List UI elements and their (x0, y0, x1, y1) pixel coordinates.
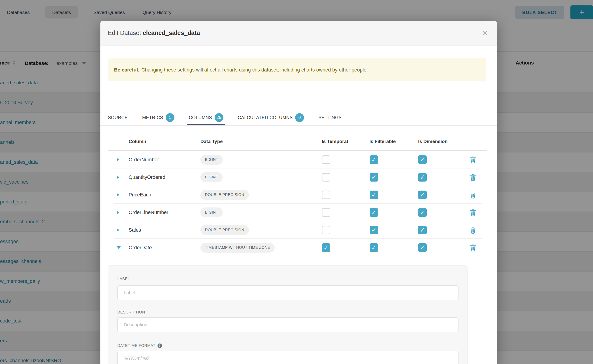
checkbox-is-filterable[interactable] (370, 191, 378, 199)
modal-tab[interactable]: COLUMNS 25 (189, 109, 223, 126)
expand-caret-icon[interactable] (117, 158, 119, 162)
modal-title: Edit Dataset cleaned_sales_data (108, 30, 200, 37)
checkbox-is-temporal[interactable] (322, 173, 330, 182)
checkbox-is-dimension[interactable] (418, 155, 427, 164)
info-icon[interactable]: i (158, 344, 162, 348)
checkbox-is-temporal[interactable] (322, 243, 330, 252)
modal-tab-label: SETTINGS (318, 115, 342, 120)
data-type-pill: DOUBLE PRECISION (200, 190, 249, 200)
checkbox-is-filterable[interactable] (370, 155, 378, 164)
column-row: OrderLineNumber BIGINT (100, 204, 497, 221)
modal-header: Edit Dataset cleaned_sales_data ✕ (100, 21, 497, 46)
warning-bold-text: Be careful. (114, 67, 139, 73)
checkbox-is-filterable[interactable] (370, 226, 378, 234)
data-type-pill: BIGINT (200, 208, 223, 217)
trash-icon (470, 173, 476, 181)
checkbox-is-temporal[interactable] (322, 191, 330, 199)
header-is-filterable: Is Filterable (369, 139, 396, 144)
tab-count-badge: 25 (215, 113, 223, 122)
columns-table: OrderNumber BIGINT QuantityOrdered BIGIN… (100, 151, 497, 256)
trash-icon (470, 191, 476, 199)
header-column: Column (129, 139, 146, 144)
data-type-pill: BIGINT (200, 155, 223, 165)
data-type-pill: BIGINT (200, 172, 223, 182)
divider (100, 125, 497, 126)
modal-tab[interactable]: CALCULATED COLUMNS 0 (238, 109, 304, 126)
description-field-label: DESCRIPTION (117, 310, 145, 315)
delete-column-button[interactable] (470, 226, 476, 234)
superset-datasets-page: { "colors": { "accent": "#46a7c6", "tab_… (0, 0, 593, 364)
header-is-temporal: Is Temporal (322, 139, 348, 144)
expand-caret-icon[interactable] (117, 246, 121, 249)
checkbox-is-temporal[interactable] (322, 226, 330, 234)
column-name: QuantityOrdered (129, 174, 165, 180)
column-row: OrderNumber BIGINT (100, 151, 497, 169)
modal-tab[interactable]: METRICS 1 (142, 109, 174, 126)
column-name: OrderDate (129, 245, 152, 251)
trash-icon (470, 244, 476, 252)
expand-caret-icon[interactable] (117, 176, 119, 179)
data-type-pill: TIMESTAMP WITHOUT TIME ZONE (200, 243, 275, 253)
trash-icon (470, 226, 476, 234)
checkbox-is-dimension[interactable] (418, 226, 427, 234)
tab-count-badge: 1 (166, 113, 174, 122)
modal-tab-label: METRICS (142, 115, 163, 120)
trash-icon (470, 209, 476, 216)
delete-column-button[interactable] (470, 244, 476, 252)
label-field-label: LABEL (117, 277, 130, 281)
checkbox-is-temporal[interactable] (322, 155, 330, 164)
tab-count-badge: 0 (295, 113, 304, 122)
delete-column-button[interactable] (470, 209, 476, 216)
warning-text: Changing these settings will affect all … (141, 67, 368, 73)
checkbox-is-filterable[interactable] (370, 173, 378, 182)
modal-title-prefix: Edit Dataset (108, 30, 141, 36)
delete-column-button[interactable] (470, 173, 476, 181)
modal-tab[interactable]: SOURCE (108, 109, 128, 126)
column-row: PriceEach DOUBLE PRECISION (100, 186, 497, 204)
checkbox-is-filterable[interactable] (370, 208, 378, 217)
checkbox-is-filterable[interactable] (370, 243, 378, 252)
datetime-format-input[interactable] (117, 351, 459, 364)
modal-tab-bar: SOURCE METRICS 1 COLUMNS 25 CALCULATED C… (108, 109, 342, 126)
datetime-format-field-label: DATETIME FORMAT i (117, 344, 162, 348)
column-row: Sales DOUBLE PRECISION (100, 221, 497, 239)
trash-icon (470, 156, 476, 163)
column-row: OrderDate TIMESTAMP WITHOUT TIME ZONE (100, 239, 497, 256)
edit-dataset-modal: Edit Dataset cleaned_sales_data ✕ Be car… (100, 21, 497, 364)
column-name: OrderLineNumber (129, 209, 168, 215)
checkbox-is-dimension[interactable] (418, 173, 427, 182)
column-detail-panel: LABEL DESCRIPTION DATETIME FORMAT i (108, 266, 468, 364)
column-row: QuantityOrdered BIGINT (100, 169, 497, 186)
close-icon[interactable]: ✕ (482, 21, 488, 45)
description-input[interactable] (117, 317, 459, 332)
column-name: PriceEach (129, 192, 151, 198)
expand-caret-icon[interactable] (117, 193, 119, 197)
columns-table-header: Column Data Type Is Temporal Is Filterab… (100, 137, 497, 150)
column-name: OrderNumber (129, 157, 159, 162)
modal-tab-label: SOURCE (108, 115, 128, 120)
label-input[interactable] (117, 285, 459, 300)
delete-column-button[interactable] (470, 191, 476, 199)
checkbox-is-temporal[interactable] (322, 208, 330, 217)
expand-caret-icon[interactable] (117, 211, 119, 214)
checkbox-is-dimension[interactable] (418, 243, 427, 252)
delete-column-button[interactable] (470, 156, 476, 163)
modal-title-dataset-name: cleaned_sales_data (143, 30, 200, 36)
checkbox-is-dimension[interactable] (418, 191, 427, 199)
checkbox-is-dimension[interactable] (418, 208, 427, 217)
modal-tab-label: COLUMNS (189, 115, 212, 120)
header-data-type: Data Type (200, 139, 223, 144)
header-is-dimension: Is Dimension (418, 139, 448, 144)
warning-banner: Be careful.Changing these settings will … (108, 58, 486, 81)
modal-tab[interactable]: SETTINGS (318, 109, 342, 126)
modal-tab-label: CALCULATED COLUMNS (238, 115, 293, 120)
expand-caret-icon[interactable] (117, 228, 119, 232)
column-name: Sales (129, 227, 141, 233)
data-type-pill: DOUBLE PRECISION (200, 225, 249, 235)
